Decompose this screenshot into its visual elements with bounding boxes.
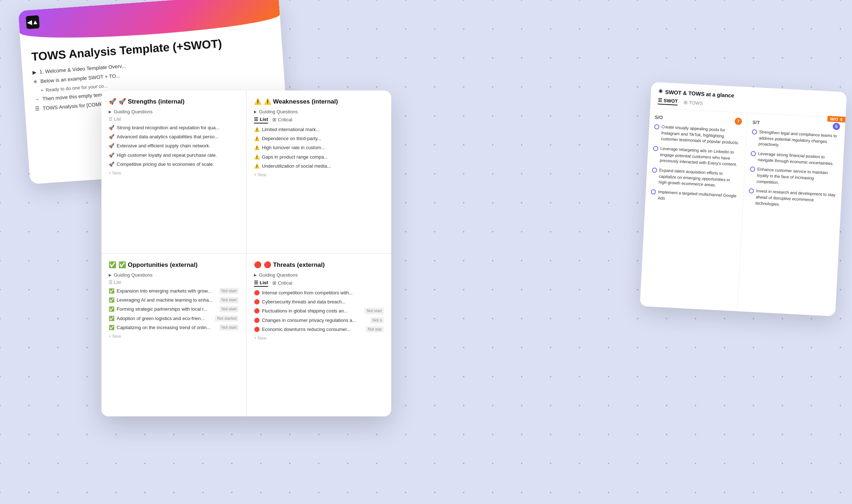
weakness-item-5: ⚠️ Underutilization of social media... [254, 163, 384, 169]
arrow-down-icon: ▶ [254, 273, 257, 277]
glance-col-st: S/T 5 Strengthen legal and compliance te… [738, 113, 845, 316]
red-icon: 🔴 [254, 261, 262, 269]
status-badge-3: Not start [219, 306, 239, 312]
arrow-down-icon: ▶ [109, 110, 112, 114]
threat-item-1: 🔴 Intense competition from competitors w… [254, 290, 384, 296]
tab-list-weaknesses[interactable]: ☰ List [254, 117, 268, 123]
opportunity-item-1: ✅ Expansion into emerging markets with g… [109, 288, 239, 294]
st-item-2: Leverage strong financial position to na… [750, 150, 838, 167]
strength-item-4: 🚀 High customer loyalty and repeat purch… [109, 152, 239, 159]
weakness-item-1: ⚠️ Limited international mark... [254, 126, 384, 133]
list-icon: ☰ [109, 280, 113, 285]
st-count: 5 [832, 123, 840, 130]
grid-icon: ☰ [35, 106, 40, 112]
list-icon: ☰ [254, 280, 258, 285]
swot-grid: 🚀 🚀 Strengths (internal) ▶ Guiding Quest… [101, 91, 391, 416]
weakness-item-2: ⚠️ Dependence on third-party... [254, 135, 384, 142]
quadrant-opportunities: ✅ ✅ Opportunities (external) ▶ Guiding Q… [101, 253, 246, 416]
tab-swot[interactable]: ☰ SWOT [657, 97, 678, 105]
arrow-down-icon: ▶ [254, 110, 257, 114]
bullet-circle-st-2 [751, 151, 756, 156]
bullet-circle-st-4 [749, 188, 754, 194]
bullet-circle-st-3 [750, 167, 755, 172]
threat-item-5: 🔴 Economic downturns reducing consumer..… [254, 326, 384, 333]
grid-icon: ⊞ [272, 280, 276, 286]
star-icon: ✳ [33, 79, 38, 85]
opportunities-add-new[interactable]: + New [109, 334, 239, 339]
tab-critical-weaknesses[interactable]: ⊞ Critical [272, 117, 292, 123]
status-badge-2: Not start [219, 297, 239, 303]
opportunity-item-2: ✅ Leveraging AI and machine learning to … [109, 297, 239, 303]
strength-item-3: 🚀 Extensive and efficient supply chain n… [109, 143, 239, 149]
threat-item-3: 🔴 Fluctuations in global shipping costs … [254, 308, 384, 314]
table-icon: ⊞ [683, 100, 688, 105]
bullet-circle-2 [653, 146, 659, 151]
status-badge-5: Not start [219, 324, 239, 331]
bullet: • [41, 88, 43, 93]
st-item-1: Strengthen legal and compliance teams to… [751, 129, 840, 151]
arrow-down-icon: ▶ [109, 273, 112, 277]
opportunities-list-label: ☰ List [109, 280, 239, 285]
threat-status-3: Not start [364, 308, 384, 314]
quadrant-weaknesses: ⚠️ ⚠️ Weaknesses (internal) ▶ Guiding Qu… [246, 91, 391, 253]
arrow-right-icon: → [34, 96, 40, 102]
strength-item-1: 🚀 Strong brand recognition and reputatio… [109, 125, 239, 131]
opportunity-item-3: ✅ Forming strategic partnerships with lo… [109, 306, 239, 312]
list-icon: ☰ [254, 117, 258, 122]
warning-icon: ⚠️ [254, 98, 262, 105]
star-icon-glance: ✳ [658, 88, 663, 95]
weaknesses-add-new[interactable]: + New [254, 172, 384, 177]
bullet-circle-3 [652, 168, 657, 173]
weakness-item-4: ⚠️ Gaps in product range compa... [254, 154, 384, 160]
wo-badge: W/O 6 [827, 116, 845, 123]
strengths-title: 🚀 🚀 Strengths (internal) [109, 98, 239, 105]
status-badge-1: Not start [219, 288, 239, 294]
card-swot-glance: ✳ SWOT & TOWS at a glance ☰ SWOT ⊞ TOWS … [640, 82, 847, 316]
tab-list-threats[interactable]: ☰ List [254, 280, 268, 287]
quadrant-threats: 🔴 🔴 Threats (external) ▶ Guiding Questio… [246, 253, 391, 416]
rocket-icon: 🚀 [109, 98, 116, 105]
list-icon: ☰ [109, 117, 113, 122]
weaknesses-title: ⚠️ ⚠️ Weaknesses (internal) [254, 98, 384, 105]
tab-critical-threats[interactable]: ⊞ Critical [272, 280, 292, 287]
status-badge-4: Not started [215, 315, 239, 322]
left-item-2-text: Below is an example SWOT + TO... [40, 73, 120, 84]
strengths-guiding[interactable]: ▶ Guiding Questions [109, 109, 239, 114]
weaknesses-guiding[interactable]: ▶ Guiding Questions [254, 109, 384, 114]
weakness-item-3: ⚠️ High turnover rate in custom... [254, 144, 384, 151]
left-sub-1-text: Ready to do one for your co... [46, 83, 108, 93]
so-item-1: Create visually appealing posts for Inst… [653, 123, 742, 146]
threats-guiding[interactable]: ▶ Guiding Questions [254, 272, 384, 278]
strengths-list-label: ☰ List [109, 117, 239, 122]
opportunities-guiding[interactable]: ▶ Guiding Questions [109, 272, 239, 278]
strength-item-2: 🚀 Advanced data analytics capabilities t… [109, 134, 239, 140]
grid-icon-small: ☰ [658, 97, 663, 103]
threats-tabs: ☰ List ⊞ Critical [254, 280, 384, 287]
glance-body: S/O 7 Create visually appealing posts fo… [640, 108, 845, 316]
bullet-circle-1 [654, 124, 660, 130]
bullet-circle-st-1 [752, 129, 757, 135]
so-count: 7 [735, 117, 742, 125]
opportunity-item-4: ✅ Adoption of green logistics and eco-fr… [109, 315, 239, 322]
bullet-circle-4 [651, 189, 656, 195]
so-item-2: Leverage retargeting ads on LinkedIn to … [652, 145, 740, 168]
threat-status-4: Not s [370, 317, 384, 323]
threats-add-new[interactable]: + New [254, 336, 384, 341]
arrow-icon: ▶ [32, 69, 37, 75]
so-item-4: Implement a targeted multichannel Google… [650, 189, 738, 205]
quadrant-strengths: 🚀 🚀 Strengths (internal) ▶ Guiding Quest… [101, 91, 246, 253]
threat-status-5: Not star [366, 326, 384, 332]
weaknesses-tabs: ☰ List ⊞ Critical [254, 117, 384, 123]
so-header: S/O 7 [655, 113, 742, 125]
tab-tows[interactable]: ⊞ TOWS [683, 99, 703, 107]
threat-item-4: 🔴 Changes in consumer privacy regulation… [254, 317, 384, 324]
threat-item-2: 🔴 Cybersecurity threats and data breach.… [254, 299, 384, 305]
plus-green-icon: ✅ [109, 261, 116, 269]
st-item-3: Enhance customer service to maintain loy… [749, 166, 838, 189]
opportunities-title: ✅ ✅ Opportunities (external) [109, 261, 239, 269]
grid-icon: ⊞ [272, 117, 276, 122]
card-swot-main: 🚀 🚀 Strengths (internal) ▶ Guiding Quest… [101, 91, 391, 416]
so-item-3: Expand talent acquisition efforts to cap… [651, 167, 739, 190]
threats-title: 🔴 🔴 Threats (external) [254, 261, 384, 269]
strengths-add-new[interactable]: + New [109, 171, 239, 176]
